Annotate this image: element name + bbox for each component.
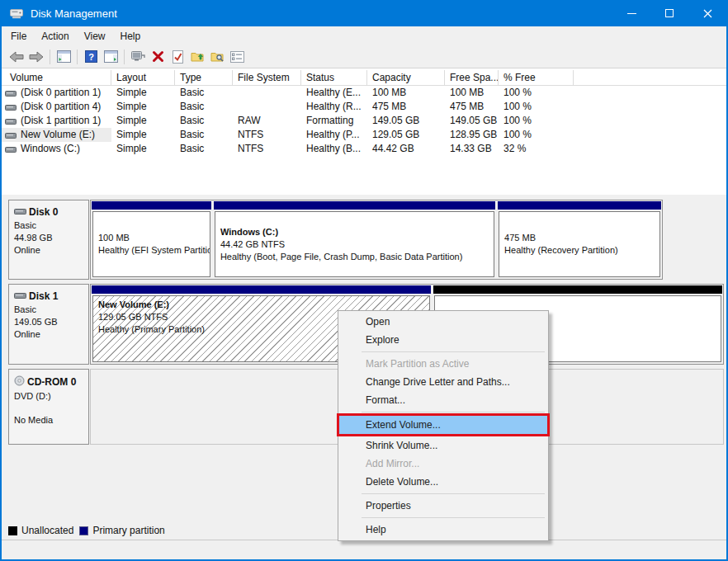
menu-item-properties[interactable]: Properties [338,497,548,515]
column-header-layout[interactable]: Layout [111,70,175,85]
cell-pct-free: 32 % [499,142,574,156]
column-header-pct-free[interactable]: % Free [499,70,574,85]
cell-type: Basic [175,128,233,142]
menu-item-explore[interactable]: Explore [338,331,548,349]
disk-name: CD-ROM 0 [27,376,76,388]
menu-separator [362,517,545,518]
partition-windows-c[interactable]: Windows (C:) 44.42 GB NTFS Healthy (Boot… [214,201,495,278]
menu-item-shrink-volume[interactable]: Shrink Volume... [338,436,548,455]
cell-status: Healthy (B... [301,142,367,156]
column-header-volume[interactable]: Volume [2,70,111,85]
toolbar-separator [124,50,125,64]
action-pane-icon [104,50,118,63]
rescan-button[interactable] [128,47,148,67]
forward-button[interactable] [26,47,46,67]
back-icon [9,51,24,63]
toolbar-separator [77,50,78,64]
disk1-label-panel[interactable]: Disk 1 Basic 149.05 GB Online [8,284,89,365]
menu-separator [362,412,545,412]
disk0-partition-strip: 100 MB Healthy (EFI System Partition) Wi… [90,200,663,280]
window-title: Disk Management [31,7,612,20]
column-header-filler [574,70,726,85]
partition-recovery[interactable]: 475 MB Healthy (Recovery Partition) [498,201,661,278]
table-row[interactable]: (Disk 0 partition 1) Simple Basic Health… [2,86,726,100]
menu-item-change-drive-letter[interactable]: Change Drive Letter and Paths... [338,373,548,391]
volume-icon [5,117,17,125]
menu-help[interactable]: Help [113,28,149,45]
delete-button[interactable] [148,47,168,67]
explore-folder-button[interactable] [207,47,227,67]
partition-efi[interactable]: 100 MB Healthy (EFI System Partition) [92,201,211,278]
disk-state: Online [14,329,83,339]
set-active-button[interactable] [168,47,187,67]
help-button[interactable]: ? [81,47,101,67]
open-folder-button[interactable] [187,47,207,67]
unallocated-bar [433,285,722,294]
table-row[interactable]: Windows (C:) Simple Basic NTFS Healthy (… [2,142,726,156]
column-header-type[interactable]: Type [175,70,233,85]
cell-layout: Simple [111,100,175,114]
volume-name: Windows (C:) [21,142,80,156]
cell-free-space: 475 MB [445,100,499,114]
status-bar [2,540,726,559]
volume-icon [5,131,17,139]
primary-partition-bar [92,201,211,210]
table-row-selected[interactable]: New Volume (E:) Simple Basic NTFS Health… [2,128,726,142]
disk0-label-panel[interactable]: Disk 0 Basic 44.98 GB Online [8,200,89,280]
partition-status: Healthy (Boot, Page File, Crash Dump, Ba… [220,251,489,263]
menu-item-open[interactable]: Open [338,313,548,331]
disk-kind: DVD (D:) [14,391,83,401]
context-menu: Open Explore Mark Partition as Active Ch… [338,310,549,541]
action-pane-button[interactable] [101,47,121,67]
menu-item-add-mirror: Add Mirror... [338,455,548,473]
cell-type: Basic [175,86,233,100]
menu-item-format[interactable]: Format... [338,391,548,409]
cell-file-system: NTFS [233,128,301,142]
cell-free-space: 14.33 GB [445,142,499,156]
close-button[interactable] [688,0,726,26]
column-header-free-space[interactable]: Free Spa... [445,70,499,85]
cell-layout: Simple [111,114,175,128]
back-button[interactable] [7,47,26,67]
toolbar: ? [2,45,726,68]
maximize-icon [665,9,674,17]
cell-layout: Simple [111,142,175,156]
volume-icon [5,103,17,111]
open-folder-icon [191,50,205,63]
cell-capacity: 149.05 GB [367,114,445,128]
disk-state: Online [14,245,83,255]
cell-free-space: 128.95 GB [445,128,499,142]
menu-item-delete-volume[interactable]: Delete Volume... [338,473,548,491]
table-row[interactable]: (Disk 1 partition 1) Simple Basic RAW Fo… [2,114,726,128]
volume-name: (Disk 1 partition 1) [21,114,101,128]
partition-name: Windows (C:) [220,226,489,238]
menu-item-extend-volume[interactable]: Extend Volume... [338,415,548,435]
primary-partition-legend-swatch [79,526,88,535]
menu-view[interactable]: View [77,28,113,45]
menu-item-mark-partition-active: Mark Partition as Active [338,355,548,373]
disk-kind: Basic [14,304,83,314]
unallocated-legend-swatch [8,526,17,535]
column-header-status[interactable]: Status [301,70,367,85]
rescan-icon [130,50,145,63]
table-row[interactable]: (Disk 0 partition 4) Simple Basic Health… [2,100,726,114]
primary-partition-bar [498,201,661,210]
svg-text:?: ? [88,52,94,62]
menu-file[interactable]: File [3,28,34,45]
maximize-button[interactable] [650,0,688,26]
title-bar: Disk Management [2,0,726,26]
cell-capacity: 129.05 GB [367,128,445,142]
minimize-button[interactable] [612,0,650,26]
cell-layout: Simple [111,128,175,142]
cell-layout: Simple [111,86,175,100]
explore-folder-icon [210,50,225,63]
cdrom0-label-panel[interactable]: CD-ROM 0 DVD (D:) No Media [8,369,89,445]
column-header-capacity[interactable]: Capacity [367,70,445,85]
disk-management-app-icon [9,7,24,20]
menu-item-help[interactable]: Help [338,521,548,539]
cell-capacity: 100 MB [367,86,445,100]
properties-button[interactable] [227,47,247,67]
column-header-file-system[interactable]: File System [233,70,301,85]
menu-action[interactable]: Action [34,28,76,45]
console-tree-button[interactable] [54,47,73,67]
